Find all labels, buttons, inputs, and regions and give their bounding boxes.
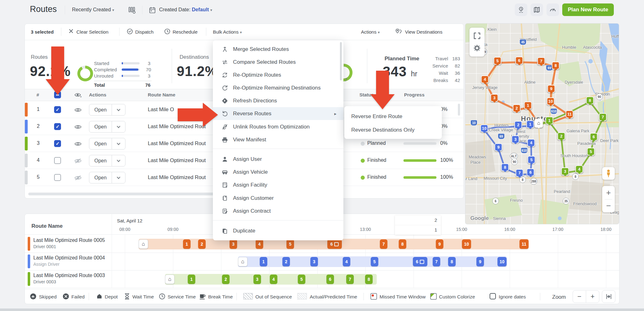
map-stop-marker[interactable]: 5 — [494, 57, 502, 65]
menu-item-assign-user[interactable]: Assign User — [213, 153, 343, 166]
open-route-button[interactable]: Open — [89, 138, 125, 150]
menu-item-view-manifest[interactable]: View Manifest — [213, 133, 343, 146]
open-dropdown-toggle[interactable] — [112, 177, 125, 178]
map-stop-marker[interactable]: 4 — [527, 139, 535, 147]
stop-chip[interactable]: 1 — [260, 257, 267, 266]
map-zoom-in-button[interactable]: + — [606, 186, 611, 199]
menu-item-reverse-routes[interactable]: Reverse Routes ▸ — [213, 107, 343, 120]
stop-chip[interactable]: 4 — [256, 239, 263, 249]
stop-chip[interactable]: 6 — [326, 275, 334, 284]
timeline-route-name[interactable]: Last Mile Optimized Route 0004 — [33, 255, 105, 261]
menu-item-reoptimize-remaining[interactable]: Re-Optimize Remaining Destinations — [213, 81, 343, 94]
map-stop-marker[interactable]: 5 — [587, 148, 595, 156]
timeline-route-name[interactable]: Last Mile Optimized Route 0003 — [33, 273, 105, 278]
clear-selection-label[interactable]: Clear Selection — [76, 29, 108, 35]
stop-chip[interactable]: 8 — [365, 275, 373, 284]
open-route-button[interactable]: Open — [89, 155, 125, 166]
reschedule-button[interactable]: Reschedule — [173, 29, 197, 35]
open-route-button[interactable]: Open — [89, 104, 125, 116]
select-all-checkbox[interactable] — [54, 91, 61, 98]
stop-chip[interactable]: 8 — [399, 239, 406, 249]
ignore-dates-label[interactable]: Ignore dates — [499, 294, 526, 300]
stop-chip[interactable]: ⌂ — [139, 239, 148, 249]
stop-chip[interactable]: 1 — [183, 239, 191, 249]
menu-item-unlink[interactable]: Unlink Routes from Optimization — [213, 120, 343, 133]
stop-chip[interactable]: 6 — [327, 239, 342, 249]
horizontal-scrollbar[interactable] — [28, 193, 222, 195]
row-visibility-eye-icon[interactable] — [74, 175, 82, 182]
map-stop-marker[interactable]: 1 — [524, 101, 532, 109]
map-view-button[interactable] — [530, 3, 543, 16]
submenu-item-reverse-destinations[interactable]: Reverse Destinations Only — [344, 123, 442, 137]
row-checkbox[interactable] — [54, 106, 61, 113]
route-history-button[interactable] — [515, 3, 527, 16]
stop-chip[interactable]: 5 — [298, 275, 305, 284]
stop-chip[interactable]: 1 — [188, 275, 195, 284]
visibility-column-icon[interactable]: x — [74, 92, 82, 99]
stop-chip[interactable]: 10 — [497, 257, 507, 266]
stop-chip[interactable]: 9 — [436, 239, 443, 249]
open-route-button[interactable]: Open — [89, 172, 125, 183]
map-stop-marker[interactable]: 3 — [491, 94, 498, 102]
stop-chip[interactable]: 4 — [343, 257, 350, 266]
dashboard-gauge-button[interactable] — [547, 3, 559, 16]
stop-chip[interactable]: 4 — [270, 275, 277, 284]
route-name[interactable]: Last Mile Optimized Rout — [148, 140, 206, 146]
map-stop-marker[interactable]: 6 — [590, 133, 598, 141]
bulk-actions-dropdown[interactable]: Bulk Actions ▾ — [213, 29, 242, 35]
zoom-in-button[interactable]: + — [586, 290, 599, 303]
menu-item-assign-facility[interactable]: Assign Facility — [213, 178, 343, 191]
menu-item-merge[interactable]: Merge Selected Routes — [213, 43, 343, 56]
ignore-dates-checkbox[interactable] — [490, 293, 496, 299]
row-checkbox[interactable] — [54, 140, 61, 147]
open-dropdown-toggle[interactable] — [112, 126, 125, 128]
map-stop-marker[interactable]: 7 — [516, 169, 524, 177]
vertical-scrollbar[interactable] — [458, 104, 460, 116]
view-destinations-button[interactable]: View Destinations — [405, 29, 442, 35]
map-stop-marker[interactable]: 2 — [513, 104, 521, 112]
columns-settings-icon[interactable] — [128, 6, 136, 15]
map-stop-marker[interactable]: 8 — [501, 163, 509, 171]
menu-item-reoptimize[interactable]: Re-Optimize Routes — [213, 68, 343, 81]
map-stop-marker[interactable]: ⌂ — [535, 119, 543, 128]
menu-item-assign-vehicle[interactable]: Assign Vehicle — [213, 166, 343, 178]
open-dropdown-toggle[interactable] — [112, 109, 125, 111]
sort-dropdown[interactable]: Recently Created ▾ — [72, 7, 114, 13]
map-stop-marker[interactable]: 10 — [547, 97, 555, 105]
route-name[interactable]: Last Mile O — [148, 106, 174, 112]
map-stop-marker[interactable]: 11 — [566, 110, 574, 118]
map-stop-marker[interactable]: 6 — [527, 168, 535, 176]
actions-dropdown[interactable]: Actions ▾ — [361, 29, 380, 35]
clear-selection-button[interactable] — [68, 28, 74, 35]
dispatch-button[interactable]: Dispatch — [135, 29, 153, 35]
row-visibility-eye-icon[interactable] — [74, 107, 82, 114]
stop-chip[interactable]: 9 — [476, 257, 484, 266]
row-visibility-eye-icon[interactable] — [74, 141, 82, 148]
zoom-out-button[interactable]: − — [573, 290, 586, 303]
map-stop-marker[interactable]: 4 — [481, 75, 489, 83]
route-name[interactable]: Last Mile Optimized Rout — [148, 174, 206, 180]
stop-chip[interactable]: ⌂ — [165, 275, 175, 284]
stop-chip[interactable]: 2 — [222, 275, 230, 284]
stop-chip[interactable]: ⌂ — [238, 257, 247, 266]
map-stop-marker[interactable]: 8 — [586, 96, 594, 104]
stop-chip[interactable]: 2 — [282, 257, 290, 266]
map-stop-marker[interactable]: 3 — [512, 135, 519, 143]
row-checkbox[interactable] — [54, 157, 61, 164]
stop-chip[interactable]: 11 — [519, 239, 529, 249]
row-checkbox[interactable] — [54, 123, 61, 130]
map-stop-marker[interactable]: 1 — [526, 120, 534, 128]
map-stop-marker[interactable]: 7 — [537, 57, 545, 65]
map[interactable]: KleinWestfieldHumbleAtascocitaHuffouetta… — [465, 24, 619, 224]
stop-chip[interactable]: 3 — [310, 257, 318, 266]
menu-item-assign-customer[interactable]: Assign Customer — [213, 192, 343, 205]
zoom-fit-button[interactable] — [602, 290, 615, 303]
map-stop-marker[interactable]: 8 — [552, 62, 560, 69]
map-stop-marker[interactable]: 3 — [561, 167, 569, 175]
open-route-button[interactable]: Open — [89, 121, 125, 133]
map-stop-marker[interactable]: 7 — [599, 113, 607, 121]
route-name[interactable]: Last Mile Optimized Rout — [148, 157, 206, 163]
stop-chip[interactable]: 6 — [413, 257, 427, 266]
map-stop-marker[interactable]: 9 — [495, 143, 502, 151]
stop-chip[interactable]: 3 — [253, 275, 261, 284]
